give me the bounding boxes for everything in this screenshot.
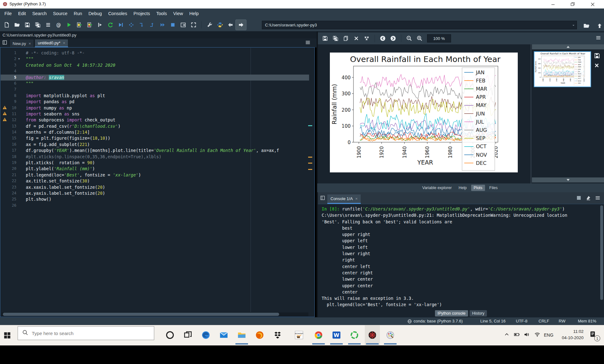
interrupt-kernel-button[interactable] (576, 195, 582, 202)
code-text[interactable]: fig = plt.figure(figsize=(18,10)) (22, 135, 110, 141)
taskbar-app-dropbox[interactable] (272, 330, 283, 340)
code-text[interactable] (22, 68, 26, 74)
fold-marker[interactable] (16, 196, 22, 202)
code-text[interactable]: @author: sravan (22, 75, 64, 81)
close-icon[interactable]: × (63, 41, 65, 45)
debug-continue-button[interactable] (157, 20, 167, 30)
fold-marker[interactable] (16, 68, 22, 74)
fold-marker[interactable] (16, 166, 22, 172)
fold-marker[interactable] (16, 190, 22, 196)
debug-button[interactable] (116, 20, 126, 30)
fold-marker[interactable] (16, 62, 22, 68)
taskbar-app-edge[interactable] (200, 330, 211, 340)
code-text[interactable]: plt.ylabel('Rainfall (mm)') (22, 166, 95, 172)
fold-marker[interactable] (16, 87, 22, 92)
close-thumbnail-icon[interactable] (594, 63, 600, 70)
fold-marker[interactable]: ▼ (16, 56, 22, 62)
code-lines[interactable]: 1# -*- coding: utf-8 -*-2▼"""3Created on… (1, 50, 309, 209)
close-icon[interactable]: × (355, 196, 358, 201)
zoom-in-button[interactable] (414, 33, 425, 43)
pane-tab-variable-explorer[interactable]: Variable explorer (420, 185, 454, 191)
fold-marker[interactable] (16, 105, 22, 111)
code-text[interactable]: import matplotlib.pyplot as plt (22, 93, 105, 99)
taskbar-app-ring[interactable] (349, 330, 360, 340)
run-selection-button[interactable] (95, 20, 105, 30)
debug-step-button[interactable] (126, 20, 136, 30)
new-file-button[interactable] (1, 20, 12, 30)
code-text[interactable]: plt.xticks( rotation = 90) (22, 160, 95, 166)
code-text[interactable] (22, 87, 26, 92)
search-input[interactable] (31, 330, 136, 336)
taskbar-app-amazon[interactable]: amazon (294, 330, 304, 340)
wifi-icon[interactable] (534, 331, 541, 339)
browse-tabs-icon[interactable] (320, 195, 325, 202)
fold-marker[interactable] (16, 154, 22, 160)
battery-icon[interactable] (513, 331, 521, 339)
code-text[interactable]: # -*- coding: utf-8 -*- (22, 50, 85, 56)
debug-stop-button[interactable] (167, 20, 178, 30)
code-text[interactable]: from subprocess import check_output (22, 117, 116, 123)
file-switcher-button[interactable] (43, 20, 53, 30)
pane-tab-plots[interactable]: Plots (471, 185, 485, 191)
taskbar-app-chrome[interactable] (313, 330, 324, 340)
console-tab[interactable]: Console 1/A× (327, 194, 361, 204)
back-button[interactable] (225, 20, 235, 30)
code-text[interactable] (22, 203, 26, 209)
parent-directory-button[interactable] (594, 21, 604, 31)
fold-marker[interactable] (16, 123, 22, 129)
fold-marker[interactable] (16, 172, 22, 178)
editor-options-menu-icon[interactable] (305, 39, 311, 47)
pane-tab-help[interactable]: Help (456, 185, 469, 191)
browse-tabs-icon[interactable] (2, 40, 8, 47)
maximize-pane-button[interactable] (188, 20, 199, 30)
thumbnail-scroll-down[interactable] (532, 177, 604, 182)
fold-marker[interactable] (16, 111, 22, 117)
code-editor[interactable]: 1# -*- coding: utf-8 -*-2▼"""3Created on… (0, 47, 315, 317)
save-thumbnail-icon[interactable] (594, 52, 601, 60)
code-text[interactable]: """ (22, 81, 33, 87)
fold-marker[interactable] (16, 178, 22, 184)
fold-marker[interactable] (16, 148, 22, 154)
editor-tab-Newpy[interactable]: New.py× (9, 39, 34, 48)
code-text[interactable]: #plt.xticks(np.linspace(0,35,36,endpoint… (22, 154, 161, 160)
plot-thumbnail[interactable]: Overall Rainfall in Each Month of Year01… (534, 51, 591, 87)
clear-console-button[interactable] (585, 195, 591, 202)
run-button[interactable] (64, 20, 74, 30)
ipython-console[interactable]: In [8]: runfile('C:/Users/sravan/.spyder… (318, 204, 604, 310)
chevron-down-icon[interactable] (572, 24, 575, 28)
taskbar-search[interactable] (18, 326, 154, 340)
open-file-button[interactable] (12, 20, 22, 30)
code-text[interactable]: df.groupby('YEAR').mean()[months].plot.l… (22, 148, 279, 154)
tray-chevron-up-icon[interactable] (504, 331, 510, 339)
scrollbar-thumb[interactable] (3, 313, 279, 316)
code-text[interactable]: import pandas as pd (22, 99, 74, 105)
menu-item-debug[interactable]: Debug (85, 8, 105, 19)
menu-item-view[interactable]: View (170, 8, 186, 19)
fold-marker[interactable] (16, 142, 22, 148)
taskbar-app-firefox[interactable] (254, 330, 265, 340)
editor-horizontal-scrollbar[interactable] (2, 312, 308, 316)
console-scrollbar[interactable] (600, 205, 603, 300)
language-indicator[interactable]: ENG (544, 333, 553, 338)
menu-item-file[interactable]: File (1, 8, 15, 19)
new-window-button[interactable] (178, 20, 188, 30)
bottom-tab-ipython-console[interactable]: IPython console (435, 310, 468, 316)
fold-marker[interactable] (16, 203, 22, 209)
working-directory-input[interactable]: C:\Users\sravan\.spyder-py3 (262, 21, 577, 29)
taskbar-app-task-view[interactable] (183, 330, 193, 340)
debug-step-out-button[interactable] (147, 20, 157, 30)
code-text[interactable]: ax.yaxis.label.set_fontsize(20) (22, 190, 105, 196)
volume-icon[interactable] (523, 331, 530, 339)
code-text[interactable]: Created on Sun Oct 4 10:57:32 2020 (22, 62, 115, 68)
menu-item-search[interactable]: Search (29, 8, 50, 19)
taskbar-app-paint[interactable] (385, 330, 396, 340)
save-file-button[interactable] (22, 20, 32, 30)
taskbar-app-word[interactable]: W (331, 330, 342, 340)
fold-marker[interactable] (16, 93, 22, 99)
bottom-tab-history[interactable]: History (470, 310, 487, 316)
zoom-out-button[interactable] (404, 33, 414, 43)
save-all-button[interactable] (32, 20, 43, 30)
pane-tab-files[interactable]: Files (487, 185, 500, 191)
plots-options-menu-icon[interactable] (595, 35, 601, 42)
open-directory-button[interactable] (581, 21, 591, 31)
